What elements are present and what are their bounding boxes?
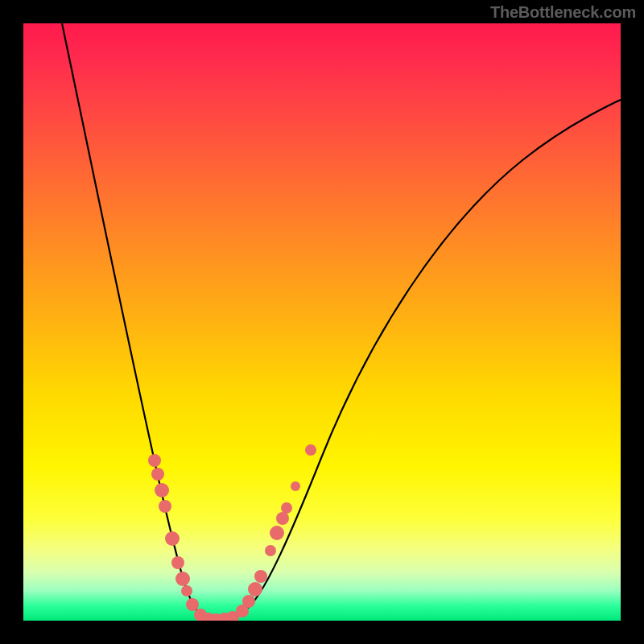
data-marker	[248, 582, 262, 597]
chart-frame: TheBottleneck.com	[0, 0, 644, 644]
markers-left	[148, 454, 199, 611]
markers-right	[236, 444, 316, 617]
data-marker	[281, 502, 292, 514]
data-marker	[159, 500, 171, 513]
data-marker	[186, 598, 199, 611]
watermark-text: TheBottleneck.com	[490, 3, 636, 22]
markers-bottom	[194, 609, 239, 621]
data-marker	[254, 570, 267, 583]
data-marker	[265, 545, 276, 556]
data-marker	[305, 444, 316, 456]
data-marker	[291, 481, 300, 491]
data-marker	[181, 585, 192, 597]
curve-layer	[23, 23, 621, 621]
plot-area	[23, 23, 621, 621]
data-marker	[165, 531, 180, 546]
data-marker	[242, 595, 255, 608]
data-marker	[276, 512, 289, 525]
data-marker	[151, 468, 164, 481]
data-marker	[148, 454, 161, 467]
data-marker	[270, 526, 284, 540]
data-marker	[155, 483, 169, 497]
data-marker	[175, 572, 190, 586]
bottleneck-curve	[62, 23, 621, 620]
data-marker	[171, 556, 184, 569]
